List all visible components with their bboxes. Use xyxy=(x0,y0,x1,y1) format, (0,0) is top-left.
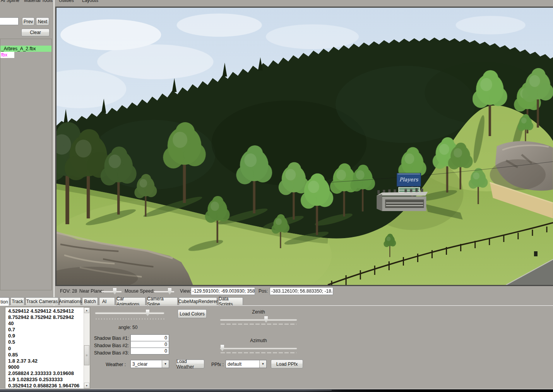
shadow-bias-2-label: Shadow Bias #2: xyxy=(93,343,129,348)
list-row[interactable]: 0.85 xyxy=(5,352,90,358)
load-colors-button[interactable]: Load Colors xyxy=(178,309,207,318)
ppfx-dropdown[interactable]: default ▼ xyxy=(226,360,267,368)
window-bottom-edge xyxy=(0,389,553,392)
scrollbar-thumb[interactable]: ≡ xyxy=(84,345,89,365)
ppfx-value: default xyxy=(226,361,259,367)
billboard-text: Players xyxy=(399,177,419,182)
tab-vegetation[interactable]: tion xyxy=(0,297,9,306)
list-row[interactable]: 0.5 xyxy=(5,339,90,345)
app-window: AI Spline Material Tools Utilities Layou… xyxy=(0,0,553,392)
pos-value-box[interactable]: -383.126100; 56.883350; -18.871 xyxy=(270,287,333,295)
search-input[interactable] xyxy=(0,17,19,25)
values-listbox[interactable]: 4.529412 4.529412 4.529412 8.752942 8.75… xyxy=(5,307,90,389)
list-row[interactable]: 9000 xyxy=(5,364,90,370)
menu-bar: AI Spline Material Tools Utilities Layou… xyxy=(0,0,553,4)
shadow-bias-3-label: Shadow Bias #3: xyxy=(93,350,129,356)
tab-camera-spline[interactable]: Camera Spline xyxy=(147,297,178,305)
chevron-down-icon: ▼ xyxy=(259,360,266,368)
menu-item-utilities[interactable]: Utilities xyxy=(59,0,74,3)
load-ppfx-button[interactable]: Load PPfx xyxy=(271,360,303,368)
shadow-bias-1-field[interactable] xyxy=(130,334,169,341)
near-plane-slider-track xyxy=(101,291,122,292)
menu-item-material-tools[interactable]: Material Tools xyxy=(24,0,53,3)
angle-label: angle: 50 xyxy=(118,325,137,330)
list-item-file[interactable]: fbx xyxy=(0,52,14,58)
trackside-post xyxy=(534,251,538,256)
tab-strip: tion Track Track Cameras Animations Batc… xyxy=(0,297,553,306)
list-row[interactable]: 1.9 1.028235 0.2533333 xyxy=(5,377,90,383)
tab-batch[interactable]: Batch xyxy=(82,297,98,305)
azimuth-slider-track xyxy=(220,348,297,349)
near-plane-slider-thumb[interactable] xyxy=(113,288,116,295)
azimuth-slider-thumb[interactable] xyxy=(221,345,224,351)
tab-data-scripts[interactable]: Data Scripts xyxy=(218,297,243,305)
azimuth-slider[interactable] xyxy=(220,344,297,354)
ppfx-label: PPfx : xyxy=(209,362,224,367)
zenith-slider[interactable] xyxy=(220,316,297,325)
mouse-speed-slider[interactable] xyxy=(154,288,174,295)
prev-button-label: Prev xyxy=(24,19,33,24)
pos-label: Pos: xyxy=(259,288,268,294)
main-slider-track xyxy=(95,312,164,314)
clear-button[interactable]: Clear xyxy=(21,29,50,36)
azimuth-slider-ticks xyxy=(221,352,296,353)
load-weather-button[interactable]: Load Weather xyxy=(176,360,204,368)
zenith-slider-track xyxy=(220,319,297,321)
triangle-up-icon: ▲ xyxy=(86,309,88,312)
menu-item-ai-spline[interactable]: AI Spline xyxy=(1,0,19,3)
shadow-bias-2-field[interactable] xyxy=(130,341,169,348)
list-row[interactable]: 1.8 2.37 3.42 xyxy=(5,358,90,364)
zenith-slider-thumb[interactable] xyxy=(264,316,268,323)
list-item-file[interactable]: _Arbres_A_2.fbx xyxy=(0,46,51,52)
left-panel: Prev Next Clear _Arbres_A_2.fbx fbx xyxy=(0,13,55,293)
tab-car-animations[interactable]: Car Animations xyxy=(116,297,146,305)
zenith-label: Zenith xyxy=(220,309,297,315)
tab-animations[interactable]: Animations xyxy=(60,297,81,305)
near-plane-slider[interactable] xyxy=(101,288,122,295)
load-weather-label: Load Weather xyxy=(176,359,204,370)
list-row[interactable]: 4.529412 4.529412 4.529412 xyxy=(5,308,90,314)
prev-button[interactable]: Prev xyxy=(22,17,34,26)
view-label: View: xyxy=(180,288,191,294)
list-row[interactable]: 0.3529412 0.8588236 1.964706 xyxy=(5,383,90,389)
list-row[interactable]: 40 xyxy=(5,320,90,327)
mouse-speed-label: Mouse Speed: xyxy=(125,288,154,294)
list-row[interactable]: 0.9 xyxy=(5,333,90,339)
list-row[interactable]: 2.058824 2.333333 3.019608 xyxy=(5,370,90,377)
list-row[interactable]: 0.7 xyxy=(5,327,90,333)
next-button-label: Next xyxy=(38,19,48,24)
tab-track[interactable]: Track xyxy=(10,297,24,305)
weather-value: 3_clear xyxy=(131,361,162,367)
tab-cubemaprenderer[interactable]: CubeMapRenderer xyxy=(179,297,217,305)
menu-item-layouts[interactable]: Layouts xyxy=(82,0,98,3)
tab-ai[interactable]: AI xyxy=(99,297,115,305)
list-row[interactable]: 0 xyxy=(5,346,90,352)
main-slider-thumb[interactable] xyxy=(146,310,149,316)
grip-icon: ≡ xyxy=(86,353,87,357)
next-button[interactable]: Next xyxy=(36,17,49,26)
shadow-bias-1-label: Shadow Bias #1: xyxy=(93,336,129,341)
list-row[interactable]: 8.752942 8.752942 8.752942 xyxy=(5,314,90,320)
main-slider[interactable] xyxy=(95,309,164,319)
shadow-bias-3-field[interactable] xyxy=(130,348,169,355)
zenith-slider-ticks xyxy=(221,324,296,325)
mouse-speed-slider-thumb[interactable] xyxy=(168,288,171,295)
scroll-down-button[interactable]: ▼ xyxy=(84,383,89,389)
bottom-panel: 4.529412 4.529412 4.529412 8.752942 8.75… xyxy=(0,305,553,389)
load-ppfx-label: Load PPfx xyxy=(276,361,298,367)
near-plane-label: Near Plane: xyxy=(79,288,104,294)
chevron-down-icon: ▼ xyxy=(162,360,169,368)
tab-track-cameras[interactable]: Track Cameras xyxy=(26,297,58,305)
weather-label: Weather : xyxy=(96,362,126,367)
values-scrollbar[interactable]: ▲ ≡ ▼ xyxy=(84,307,90,389)
scroll-up-button[interactable]: ▲ xyxy=(84,307,89,313)
file-list: _Arbres_A_2.fbx fbx xyxy=(0,39,52,290)
load-colors-label: Load Colors xyxy=(180,311,205,317)
triangle-down-icon: ▼ xyxy=(86,384,88,387)
viewport-3d[interactable]: Players xyxy=(55,7,553,286)
clear-button-label: Clear xyxy=(30,30,41,35)
weather-dropdown[interactable]: 3_clear ▼ xyxy=(130,360,169,368)
fov-label: FOV: 28 xyxy=(60,288,77,294)
viewport-scene: Players xyxy=(56,8,553,285)
view-value-box[interactable]: -129.591000; -69.003930; 358.91 xyxy=(191,287,255,295)
